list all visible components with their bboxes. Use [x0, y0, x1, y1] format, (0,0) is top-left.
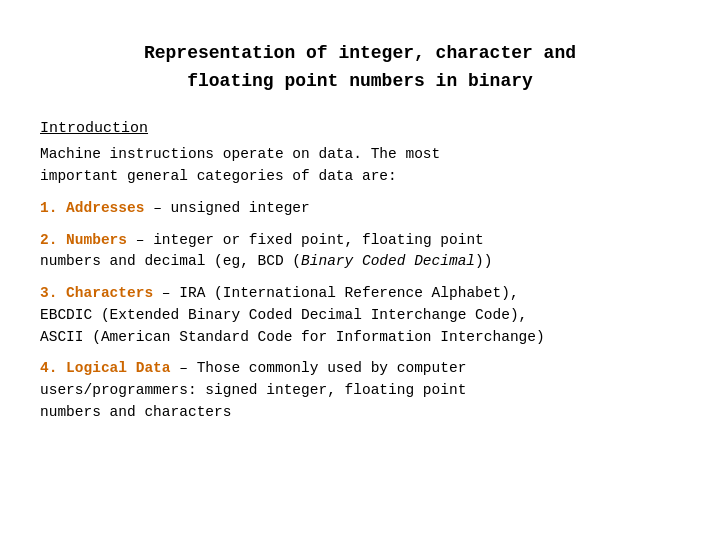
item-desc-1: – unsigned integer: [144, 200, 309, 216]
title-line-2: floating point numbers in binary: [40, 68, 680, 96]
list-item-4: 4. Logical Data – Those commonly used by…: [40, 358, 680, 423]
item-number-3: 3.: [40, 285, 57, 301]
item-number-1: 1.: [40, 200, 57, 216]
item-label-3: Characters: [66, 285, 153, 301]
item-number-4: 4.: [40, 360, 57, 376]
list-item-1: 1. Addresses – unsigned integer: [40, 198, 680, 220]
item-label-1: Addresses: [66, 200, 144, 216]
italic-bcd: Binary Coded Decimal: [301, 253, 475, 269]
list-item-3: 3. Characters – IRA (International Refer…: [40, 283, 680, 348]
item-label-2: Numbers: [66, 232, 127, 248]
title-line-1: Representation of integer, character and: [40, 40, 680, 68]
slide: Representation of integer, character and…: [0, 0, 720, 540]
list-item-2: 2. Numbers – integer or fixed point, flo…: [40, 230, 680, 274]
intro-heading: Introduction: [40, 118, 680, 141]
item-label-4: Logical Data: [66, 360, 170, 376]
item-number-2: 2.: [40, 232, 57, 248]
intro-text: Machine instructions operate on data. Th…: [40, 144, 680, 188]
title-block: Representation of integer, character and…: [40, 40, 680, 96]
